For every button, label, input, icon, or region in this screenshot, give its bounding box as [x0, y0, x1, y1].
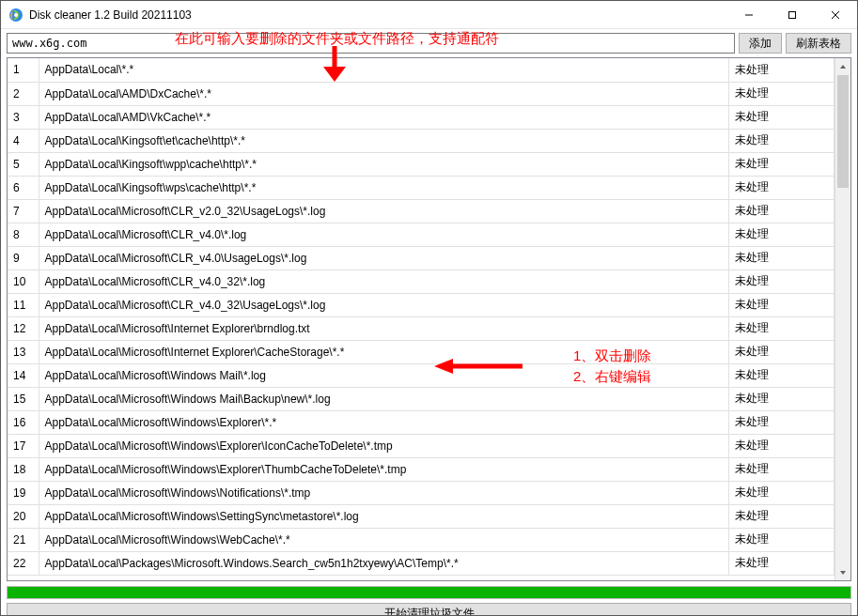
- row-status: 未处理: [729, 387, 835, 410]
- table-row[interactable]: 19AppData\Local\Microsoft\Windows\Notifi…: [8, 481, 835, 504]
- table-row[interactable]: 18AppData\Local\Microsoft\Windows\Explor…: [8, 457, 835, 481]
- row-number: 21: [8, 528, 39, 551]
- table-row[interactable]: 16AppData\Local\Microsoft\Windows\Explor…: [8, 410, 835, 434]
- table-row[interactable]: 13AppData\Local\Microsoft\Internet Explo…: [8, 340, 835, 363]
- table-row[interactable]: 14AppData\Local\Microsoft\Windows Mail\*…: [8, 363, 835, 387]
- row-path: AppData\Local\Microsoft\Windows\WebCache…: [39, 528, 729, 551]
- close-button[interactable]: [814, 1, 857, 28]
- row-number: 18: [8, 457, 39, 481]
- scroll-down-icon[interactable]: [835, 564, 850, 580]
- table-row[interactable]: 11AppData\Local\Microsoft\CLR_v4.0_32\Us…: [8, 293, 835, 316]
- table-row[interactable]: 5AppData\Local\Kingsoft\wpp\cache\http\*…: [8, 152, 835, 176]
- row-path: AppData\Local\AMD\VkCache\*.*: [39, 105, 729, 129]
- row-status: 未处理: [729, 434, 835, 457]
- row-path: AppData\Local\Kingsoft\wpp\cache\http\*.…: [39, 152, 729, 176]
- row-number: 17: [8, 434, 39, 457]
- table-row[interactable]: 9AppData\Local\Microsoft\CLR_v4.0\UsageL…: [8, 246, 835, 270]
- table-row[interactable]: 10AppData\Local\Microsoft\CLR_v4.0_32\*.…: [8, 270, 835, 293]
- row-path: AppData\Local\Microsoft\CLR_v4.0_32\Usag…: [39, 293, 729, 316]
- svg-point-1: [14, 13, 18, 17]
- row-path: AppData\Local\Microsoft\CLR_v4.0\UsageLo…: [39, 246, 729, 270]
- row-number: 15: [8, 387, 39, 410]
- scroll-up-icon[interactable]: [835, 58, 850, 74]
- row-status: 未处理: [729, 199, 835, 223]
- row-number: 19: [8, 481, 39, 504]
- row-number: 13: [8, 340, 39, 363]
- row-path: AppData\Local\Microsoft\Internet Explore…: [39, 316, 729, 340]
- row-path: AppData\Local\AMD\DxCache\*.*: [39, 82, 729, 105]
- row-status: 未处理: [729, 246, 835, 270]
- row-number: 7: [8, 199, 39, 223]
- table-row[interactable]: 20AppData\Local\Microsoft\Windows\Settin…: [8, 504, 835, 528]
- row-status: 未处理: [729, 176, 835, 199]
- row-status: 未处理: [729, 58, 835, 82]
- progress-fill: [8, 587, 850, 598]
- start-clean-button[interactable]: 开始清理垃圾文件: [7, 603, 851, 616]
- row-status: 未处理: [729, 340, 835, 363]
- table-row[interactable]: 6AppData\Local\Kingsoft\wps\cache\http\*…: [8, 176, 835, 199]
- refresh-button[interactable]: 刷新表格: [786, 33, 851, 54]
- row-number: 4: [8, 129, 39, 152]
- row-path: AppData\Local\Kingsoft\et\cache\http\*.*: [39, 129, 729, 152]
- row-status: 未处理: [729, 129, 835, 152]
- vertical-scrollbar[interactable]: [835, 58, 850, 580]
- svg-marker-6: [840, 65, 846, 69]
- row-path: AppData\Local\Kingsoft\wps\cache\http\*.…: [39, 176, 729, 199]
- row-number: 16: [8, 410, 39, 434]
- bottom-toolbar: 开始清理垃圾文件: [7, 603, 851, 616]
- row-number: 14: [8, 363, 39, 387]
- row-path: AppData\Local\Microsoft\Internet Explore…: [39, 340, 729, 363]
- row-path: AppData\Local\Microsoft\CLR_v4.0_32\*.lo…: [39, 270, 729, 293]
- row-number: 3: [8, 105, 39, 129]
- row-number: 5: [8, 152, 39, 176]
- table-row[interactable]: 22AppData\Local\Packages\Microsoft.Windo…: [8, 551, 835, 575]
- row-number: 11: [8, 293, 39, 316]
- row-path: AppData\Local\Microsoft\Windows Mail\Bac…: [39, 387, 729, 410]
- row-status: 未处理: [729, 316, 835, 340]
- table-row[interactable]: 4AppData\Local\Kingsoft\et\cache\http\*.…: [8, 129, 835, 152]
- path-grid: 1AppData\Local\*.*未处理2AppData\Local\AMD\…: [7, 57, 851, 581]
- window-buttons: [727, 1, 857, 28]
- table-row[interactable]: 21AppData\Local\Microsoft\Windows\WebCac…: [8, 528, 835, 551]
- row-path: AppData\Local\Microsoft\Windows\Explorer…: [39, 457, 729, 481]
- scrollbar-thumb[interactable]: [837, 75, 849, 188]
- table-row[interactable]: 7AppData\Local\Microsoft\CLR_v2.0_32\Usa…: [8, 199, 835, 223]
- row-status: 未处理: [729, 410, 835, 434]
- row-path: AppData\Local\Microsoft\CLR_v4.0\*.log: [39, 223, 729, 246]
- row-path: AppData\Local\Microsoft\Windows Mail\*.l…: [39, 363, 729, 387]
- row-path: AppData\Local\Microsoft\CLR_v2.0_32\Usag…: [39, 199, 729, 223]
- row-status: 未处理: [729, 363, 835, 387]
- row-path: AppData\Local\*.*: [39, 58, 729, 82]
- table-row[interactable]: 3AppData\Local\AMD\VkCache\*.*未处理: [8, 105, 835, 129]
- row-number: 12: [8, 316, 39, 340]
- row-path: AppData\Local\Microsoft\Windows\Explorer…: [39, 434, 729, 457]
- progress-bar: [7, 586, 851, 599]
- minimize-button[interactable]: [727, 1, 771, 28]
- row-number: 22: [8, 551, 39, 575]
- table-row[interactable]: 15AppData\Local\Microsoft\Windows Mail\B…: [8, 387, 835, 410]
- row-number: 10: [8, 270, 39, 293]
- row-path: AppData\Local\Microsoft\Windows\SettingS…: [39, 504, 729, 528]
- row-number: 9: [8, 246, 39, 270]
- table-row[interactable]: 1AppData\Local\*.*未处理: [8, 58, 835, 82]
- add-button[interactable]: 添加: [739, 33, 782, 54]
- path-table: 1AppData\Local\*.*未处理2AppData\Local\AMD\…: [8, 58, 835, 576]
- svg-rect-3: [789, 11, 796, 18]
- row-status: 未处理: [729, 551, 835, 575]
- row-status: 未处理: [729, 152, 835, 176]
- maximize-button[interactable]: [771, 1, 814, 28]
- window-title: Disk cleaner 1.2 Build 20211103: [29, 8, 727, 22]
- app-icon: [8, 8, 23, 23]
- titlebar: Disk cleaner 1.2 Build 20211103: [1, 1, 857, 29]
- row-path: AppData\Local\Packages\Microsoft.Windows…: [39, 551, 729, 575]
- row-number: 1: [8, 58, 39, 82]
- row-number: 20: [8, 504, 39, 528]
- toolbar: 添加 刷新表格: [1, 29, 857, 57]
- table-row[interactable]: 17AppData\Local\Microsoft\Windows\Explor…: [8, 434, 835, 457]
- path-input[interactable]: [7, 33, 735, 54]
- table-row[interactable]: 2AppData\Local\AMD\DxCache\*.*未处理: [8, 82, 835, 105]
- row-status: 未处理: [729, 82, 835, 105]
- table-row[interactable]: 12AppData\Local\Microsoft\Internet Explo…: [8, 316, 835, 340]
- row-status: 未处理: [729, 293, 835, 316]
- table-row[interactable]: 8AppData\Local\Microsoft\CLR_v4.0\*.log未…: [8, 223, 835, 246]
